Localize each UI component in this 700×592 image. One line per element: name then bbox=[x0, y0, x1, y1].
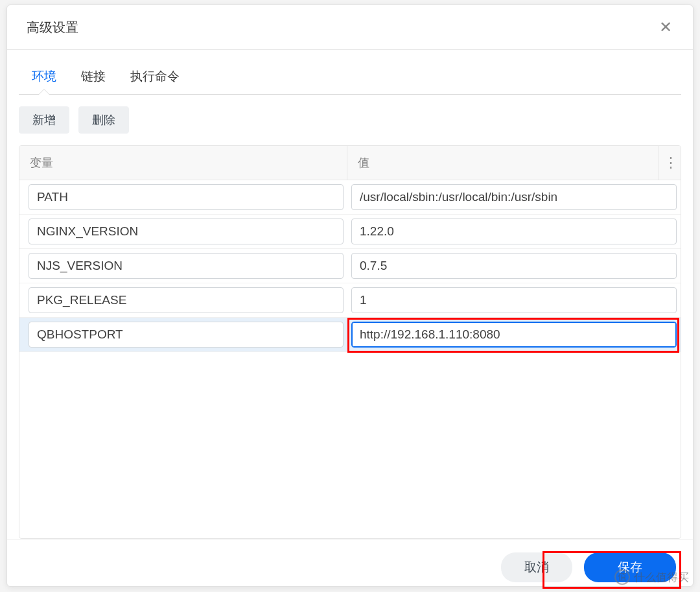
value-input[interactable] bbox=[351, 219, 677, 244]
save-button[interactable]: 保存 bbox=[584, 552, 676, 582]
dialog-footer: 取消 保存 bbox=[7, 539, 693, 586]
cell-variable bbox=[19, 322, 347, 348]
variable-input[interactable] bbox=[29, 287, 344, 313]
cell-variable bbox=[19, 253, 347, 279]
advanced-settings-dialog: 高级设置 ✕ 环境 链接 执行命令 新增 删除 变量 值 ⋮ 取消 保存 值 什… bbox=[6, 5, 694, 587]
column-menu-icon[interactable]: ⋮ bbox=[659, 146, 681, 180]
variable-input[interactable] bbox=[29, 184, 344, 210]
table-row[interactable] bbox=[19, 249, 681, 283]
variable-input[interactable] bbox=[29, 253, 344, 279]
tab-environment[interactable]: 环境 bbox=[29, 68, 59, 94]
cell-value bbox=[347, 184, 681, 210]
grid-body bbox=[19, 180, 681, 352]
variable-input[interactable] bbox=[29, 219, 344, 244]
env-grid: 变量 值 ⋮ bbox=[19, 145, 681, 539]
header-value[interactable]: 值 bbox=[347, 146, 659, 180]
table-row[interactable] bbox=[19, 180, 681, 215]
tabs: 环境 链接 执行命令 bbox=[19, 50, 681, 95]
table-row[interactable] bbox=[19, 318, 681, 352]
dialog-title: 高级设置 bbox=[27, 19, 78, 36]
cancel-button[interactable]: 取消 bbox=[501, 552, 572, 582]
close-icon[interactable]: ✕ bbox=[654, 17, 677, 38]
table-row[interactable] bbox=[19, 215, 681, 249]
value-input[interactable] bbox=[351, 184, 677, 210]
variable-input[interactable] bbox=[29, 322, 344, 348]
grid-header: 变量 值 ⋮ bbox=[19, 146, 681, 180]
dialog-header: 高级设置 ✕ bbox=[7, 5, 693, 50]
cell-value bbox=[347, 322, 681, 348]
value-input[interactable] bbox=[351, 253, 677, 279]
dialog-body: 环境 链接 执行命令 新增 删除 变量 值 ⋮ bbox=[7, 50, 693, 539]
cell-variable bbox=[19, 287, 347, 313]
cell-variable bbox=[19, 184, 347, 210]
add-button[interactable]: 新增 bbox=[19, 106, 69, 134]
cell-variable bbox=[19, 219, 347, 244]
cell-value bbox=[347, 287, 681, 313]
toolbar: 新增 删除 bbox=[19, 95, 681, 145]
tab-links[interactable]: 链接 bbox=[78, 68, 108, 94]
value-input[interactable] bbox=[351, 287, 677, 313]
cell-value bbox=[347, 219, 681, 244]
value-input[interactable] bbox=[351, 322, 677, 348]
delete-button[interactable]: 删除 bbox=[78, 106, 129, 134]
header-variable[interactable]: 变量 bbox=[19, 146, 347, 180]
cell-value bbox=[347, 253, 681, 279]
tab-exec-command[interactable]: 执行命令 bbox=[128, 68, 182, 94]
table-row[interactable] bbox=[19, 283, 681, 318]
